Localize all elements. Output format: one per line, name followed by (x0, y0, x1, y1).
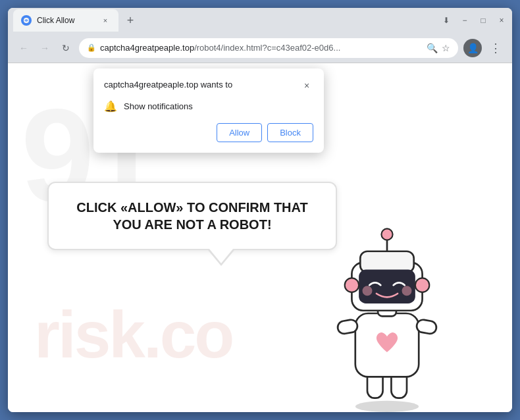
url-bar[interactable]: 🔒 captcha4greatpeaple.top/robot4/index.h… (79, 38, 458, 58)
address-bar: ← → ↻ 🔒 captcha4greatpeaple.top/robot4/i… (8, 33, 512, 63)
title-bar: Click Allow × + ⬇ − □ × (8, 8, 512, 33)
popup-header: captcha4greatpeaple.top wants to × (104, 79, 313, 92)
tab-favicon (21, 15, 32, 26)
bell-icon: 🔔 (104, 100, 117, 113)
refresh-button[interactable]: ↻ (58, 40, 74, 56)
allow-button[interactable]: Allow (217, 123, 262, 142)
window-controls: ⬇ − □ × (441, 15, 507, 26)
block-button[interactable]: Block (267, 123, 313, 142)
lock-icon: 🔒 (87, 43, 96, 52)
robot-svg (315, 215, 459, 412)
speech-bubble: CLICK «ALLOW» TO CONFIRM THAT YOU ARE NO… (47, 182, 337, 250)
bookmark-icon[interactable]: ☆ (442, 43, 450, 53)
url-path: /robot4/index.html?c=c43eaf02-e0d6... (194, 43, 340, 53)
svg-point-15 (345, 278, 359, 292)
popup-title: captcha4greatpeaple.top wants to (104, 79, 232, 91)
svg-point-13 (363, 286, 373, 296)
forward-button[interactable]: → (37, 40, 53, 56)
search-icon[interactable]: 🔍 (427, 43, 438, 53)
back-button[interactable]: ← (16, 40, 32, 56)
cast-icon[interactable]: ⬇ (441, 15, 452, 26)
popup-permission: 🔔 Show notifications (104, 100, 313, 113)
permission-label: Show notifications (124, 101, 193, 111)
speech-bubble-container: CLICK «ALLOW» TO CONFIRM THAT YOU ARE NO… (47, 182, 337, 250)
svg-point-1 (355, 401, 419, 412)
active-tab[interactable]: Click Allow × (13, 9, 118, 32)
notification-popup: captcha4greatpeaple.top wants to × 🔔 Sho… (93, 68, 324, 153)
maximize-button[interactable]: □ (478, 15, 488, 26)
more-options-button[interactable]: ⋮ (487, 39, 504, 57)
url-domain: captcha4greatpeaple.top (100, 43, 194, 53)
popup-buttons: Allow Block (104, 123, 313, 142)
profile-icon: 👤 (467, 43, 479, 53)
minimize-button[interactable]: − (459, 15, 470, 26)
svg-point-14 (402, 286, 412, 296)
popup-close-button[interactable]: × (300, 79, 313, 92)
bubble-text: CLICK «ALLOW» TO CONFIRM THAT YOU ARE NO… (70, 199, 315, 233)
robot-character (315, 215, 459, 412)
tab-strip: Click Allow × + (13, 9, 436, 32)
svg-point-11 (381, 228, 392, 240)
tab-close-button[interactable]: × (100, 15, 111, 26)
svg-point-16 (415, 278, 429, 292)
profile-button[interactable]: 👤 (463, 39, 482, 57)
browser-window: Click Allow × + ⬇ − □ × ← → ↻ 🔒 captcha4… (8, 8, 512, 412)
svg-rect-9 (360, 251, 413, 273)
close-window-button[interactable]: × (496, 15, 507, 26)
watermark-logo: risk.co (34, 297, 232, 373)
new-tab-button[interactable]: + (121, 11, 140, 30)
tab-label: Click Allow (37, 16, 95, 25)
url-text: captcha4greatpeaple.top/robot4/index.htm… (100, 43, 423, 53)
page-content: 9 1 risk.co captcha4greatpeaple.top want… (8, 63, 512, 412)
